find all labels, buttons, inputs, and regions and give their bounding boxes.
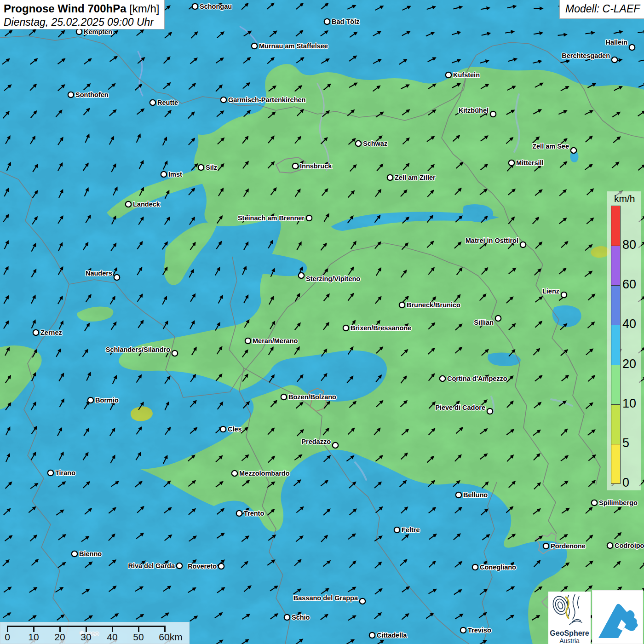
city-marker[interactable] <box>356 141 361 146</box>
city-label: Matrei in Osttirol <box>466 237 518 244</box>
city-marker[interactable] <box>220 426 226 432</box>
title-unit: [km/h] <box>126 2 160 15</box>
city-label: Berchtesgaden <box>562 52 610 59</box>
city-label: Zell am See <box>532 143 569 150</box>
city-marker[interactable] <box>293 163 298 169</box>
city-label: Sillian <box>474 319 494 326</box>
city-marker[interactable] <box>629 45 635 50</box>
city-label: Spilimbergo <box>599 499 638 506</box>
city-label: Bozen/Bolzano <box>288 393 336 401</box>
legend-unit-label: km/h <box>614 193 635 204</box>
legend-color-segment <box>611 285 620 325</box>
city-marker[interactable] <box>394 527 400 533</box>
city-marker[interactable] <box>306 215 312 221</box>
city-marker[interactable] <box>252 43 257 49</box>
city-label: Predazzo <box>301 438 331 445</box>
model-label: Modell: C-LAEF <box>565 3 640 15</box>
city-marker[interactable] <box>612 57 617 63</box>
city-label: Reutte <box>157 99 178 106</box>
avalanche-service-logo <box>592 590 643 644</box>
city-label: Garmisch-Partenkirchen <box>228 96 305 104</box>
city-marker[interactable] <box>460 627 466 633</box>
wind-speed-legend: km/h 806040201050 <box>607 191 641 490</box>
city-marker[interactable] <box>284 615 290 620</box>
city-marker[interactable] <box>33 330 39 335</box>
city-marker[interactable] <box>490 111 496 117</box>
legend-color-segment <box>611 365 620 404</box>
city-label: Belluno <box>463 491 488 499</box>
city-label: Mezzolombardo <box>239 470 290 477</box>
city-marker[interactable] <box>72 551 77 557</box>
city-label: Zernez <box>40 329 62 336</box>
city-marker[interactable] <box>360 598 365 604</box>
city-label: Schio <box>292 614 310 621</box>
city-marker[interactable] <box>333 443 338 448</box>
city-label: Bassano del Grappa <box>293 594 358 602</box>
city-marker[interactable] <box>509 160 514 166</box>
city-marker[interactable] <box>221 97 226 103</box>
wind-forecast-map[interactable]: Iseo SchongauBad TölzKemptenMurnau am St… <box>0 0 644 644</box>
city-marker[interactable] <box>218 564 224 569</box>
city-marker[interactable] <box>177 563 182 569</box>
city-marker[interactable] <box>236 511 242 516</box>
city-marker[interactable] <box>456 492 461 498</box>
legend-value-label: 40 <box>622 318 636 330</box>
city-marker[interactable] <box>114 275 120 280</box>
map-scale-bar: 0102030405060km <box>0 622 190 644</box>
city-label: Riva del Garda <box>128 562 175 569</box>
scale-tick <box>138 626 139 632</box>
city-marker[interactable] <box>561 292 567 298</box>
city-marker[interactable] <box>281 394 287 400</box>
city-marker[interactable] <box>440 376 445 381</box>
city-label: Zell am Ziller <box>395 174 436 181</box>
city-label: Nauders <box>86 270 112 277</box>
map-title-box: Prognose Wind 700hPa [km/h] Dienstag, 25… <box>0 0 165 29</box>
legend-color-segment <box>611 444 620 483</box>
city-marker[interactable] <box>495 316 501 321</box>
city-marker[interactable] <box>343 325 349 331</box>
city-marker[interactable] <box>88 397 93 403</box>
city-label: Pordenone <box>551 542 586 550</box>
legend-color-segment <box>611 246 620 285</box>
city-marker[interactable] <box>487 408 493 414</box>
city-marker[interactable] <box>520 242 526 247</box>
scale-tick <box>112 626 113 632</box>
city-marker[interactable] <box>161 172 167 177</box>
city-marker[interactable] <box>472 564 478 570</box>
city-marker[interactable] <box>76 29 82 34</box>
legend-value-label: 10 <box>622 397 636 410</box>
city-marker[interactable] <box>172 351 178 356</box>
city-marker[interactable] <box>387 175 393 180</box>
city-marker[interactable] <box>369 632 375 638</box>
city-label: Murnau am Staffelsee <box>259 42 328 50</box>
city-label: Kufstein <box>453 71 480 79</box>
city-marker[interactable] <box>299 273 304 278</box>
city-marker[interactable] <box>232 471 237 476</box>
city-label: Schwaz <box>363 140 387 147</box>
city-marker[interactable] <box>607 543 613 548</box>
city-marker[interactable] <box>150 100 155 105</box>
city-label: Schlanders/Silandro <box>106 346 170 353</box>
legend-value-label: 5 <box>622 437 629 449</box>
city-label: Sterzing/Vipiteno <box>306 275 360 282</box>
city-label: Trento <box>244 510 264 517</box>
legend-value-label: 60 <box>622 278 636 291</box>
city-marker[interactable] <box>48 470 53 476</box>
city-marker[interactable] <box>324 19 330 24</box>
city-label: Feltre <box>402 526 420 534</box>
city-marker[interactable] <box>192 4 198 9</box>
legend-colorbar <box>611 206 621 484</box>
city-marker[interactable] <box>446 72 451 78</box>
city-marker[interactable] <box>543 543 549 549</box>
city-label: Landeck <box>133 201 161 208</box>
city-marker[interactable] <box>399 302 405 308</box>
scale-tick <box>59 626 61 632</box>
city-label: Tirano <box>55 469 75 477</box>
city-marker[interactable] <box>571 148 576 153</box>
legend-value-label: 20 <box>622 358 636 370</box>
city-marker[interactable] <box>198 165 204 170</box>
city-marker[interactable] <box>126 201 131 207</box>
city-marker[interactable] <box>68 92 74 98</box>
city-marker[interactable] <box>592 500 597 506</box>
city-marker[interactable] <box>245 338 251 344</box>
